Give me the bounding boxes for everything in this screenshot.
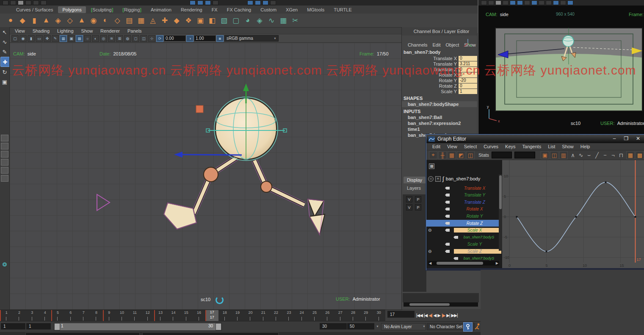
- keyframe-tick[interactable]: [154, 310, 155, 321]
- shape-node-item[interactable]: ban_shen7:bodyShape: [402, 101, 481, 107]
- right-foot-toe[interactable]: [310, 214, 325, 235]
- quad-draw-icon[interactable]: ▣: [195, 15, 206, 26]
- depth-of-field-icon[interactable]: ◍: [124, 35, 131, 42]
- timeline-frame[interactable]: 27: [334, 310, 347, 321]
- bookmark-icon[interactable]: ▮: [28, 35, 35, 42]
- channel-box-menu-item[interactable]: Channels: [408, 42, 427, 47]
- timeline-frame[interactable]: 29: [359, 310, 372, 321]
- swap-buffer-curve-icon[interactable]: ▩: [636, 151, 644, 159]
- redo-icon[interactable]: [25, 0, 31, 5]
- graph-editor-menu-item[interactable]: Edit: [432, 144, 440, 149]
- extrude-icon[interactable]: ▤: [124, 15, 135, 26]
- channel-box-menu-item[interactable]: Edit: [432, 42, 440, 47]
- select-tool[interactable]: ↖: [0, 28, 9, 37]
- shelf-tab[interactable]: Rendering: [177, 6, 207, 13]
- save-icon[interactable]: [10, 0, 16, 5]
- outliner-hscrollbar[interactable]: ◀ ▶: [428, 261, 499, 266]
- panel-menu-item[interactable]: Renderer: [100, 28, 120, 33]
- shelf-tab[interactable]: [Rigging]: [118, 6, 146, 13]
- channel-name[interactable]: Translate Y: [402, 61, 459, 66]
- layer-visibility-toggle[interactable]: V: [406, 196, 412, 202]
- row-expander-icon[interactable]: ⊖: [428, 249, 433, 254]
- step-tangent-icon[interactable]: ¬: [609, 152, 617, 159]
- channel-name[interactable]: Translate Z: [402, 67, 459, 72]
- keyframe-tick[interactable]: [51, 310, 52, 321]
- channel-name[interactable]: Rotate Y: [402, 78, 459, 83]
- channel-box-title[interactable]: Channel Box / Layer Editor: [402, 27, 481, 36]
- rotate-tool[interactable]: ↻: [0, 67, 9, 77]
- exposure-field[interactable]: 0.00: [164, 36, 185, 41]
- snap-toggle-1-icon[interactable]: [190, 0, 196, 5]
- camera-attrs-icon[interactable]: ◉: [19, 35, 27, 42]
- timeline-frame[interactable]: 30: [373, 310, 385, 321]
- timeline-frame[interactable]: 20: [244, 310, 257, 321]
- snap-toggle-3-icon[interactable]: [205, 0, 211, 5]
- uv-contour-icon[interactable]: ∿: [266, 15, 277, 26]
- play-backwards-button[interactable]: ◀: [433, 312, 437, 318]
- go-to-end-button[interactable]: ▶▶|: [451, 312, 458, 318]
- tab-layers[interactable]: Layers: [404, 185, 424, 191]
- channel-box-object-name[interactable]: ban_shen7:body: [402, 48, 481, 55]
- lasso-tool[interactable]: ∿: [0, 37, 9, 47]
- timeline-frame[interactable]: 16: [193, 310, 205, 321]
- animation-end-field[interactable]: 50: [347, 323, 374, 329]
- region-tool-icon[interactable]: ◩: [457, 151, 465, 159]
- timeline-frame[interactable]: 26: [321, 310, 334, 321]
- panel-menu-item[interactable]: View: [15, 28, 25, 33]
- curve-keyframe[interactable]: [605, 181, 607, 183]
- shelf-tab[interactable]: MGtools: [303, 6, 329, 13]
- command-line-input[interactable]: [25, 332, 140, 335]
- outliner-channel-row[interactable]: ⊖ Scale X: [426, 227, 502, 234]
- gamma-field[interactable]: 1.00: [194, 36, 216, 41]
- scroll-right-icon[interactable]: ▶: [496, 261, 498, 265]
- uv-cut-sew-icon[interactable]: ✂: [290, 15, 301, 26]
- oversan-icon[interactable]: ✎: [52, 35, 59, 42]
- frame-all-icon[interactable]: ▣: [541, 151, 549, 159]
- timeline-frame[interactable]: 9: [103, 310, 116, 321]
- layout-single-pane-button[interactable]: [1, 135, 8, 141]
- outliner-channel-row[interactable]: Scale Y: [426, 241, 502, 248]
- uv-cylindrical-icon[interactable]: ▢: [230, 15, 241, 26]
- outliner-channel-row[interactable]: ban_shen7:bodyS: [426, 234, 502, 241]
- channel-name[interactable]: Scale Y: [402, 89, 459, 94]
- poly-cone-icon[interactable]: ▲: [41, 15, 52, 26]
- multisample-icon[interactable]: ⊞: [116, 35, 123, 42]
- multicut-icon[interactable]: ✚: [159, 15, 170, 26]
- uv-grid-icon[interactable]: ▦: [278, 15, 289, 26]
- step-forward-frame-button[interactable]: |▶: [441, 312, 445, 318]
- panel-menu-item[interactable]: Shading: [33, 28, 50, 33]
- input-node-item[interactable]: time1: [402, 126, 481, 132]
- layout-persp-outliner-button[interactable]: [1, 151, 8, 158]
- timeline-frame[interactable]: 1: [0, 310, 13, 321]
- range-end-handle[interactable]: [216, 323, 221, 330]
- move-nearest-picked-key-icon[interactable]: ⌖: [429, 151, 437, 159]
- poly-pyramid-icon[interactable]: ▲: [76, 15, 87, 26]
- shelf-tab[interactable]: [Sculpting]: [87, 6, 118, 13]
- poly-cube-icon[interactable]: ◆: [17, 15, 28, 26]
- go-to-start-button[interactable]: |◀◀: [416, 312, 423, 318]
- timeline-frame[interactable]: 5: [51, 310, 64, 321]
- viewport-canvas[interactable]: CAM: side Date: 2018/08/05 Frame: 17/50 …: [10, 43, 402, 310]
- input-node-item[interactable]: ban_shen7:Ball: [402, 114, 481, 120]
- timeline-frame[interactable]: 15: [180, 310, 193, 321]
- playback-start-field[interactable]: 1: [26, 323, 51, 329]
- play-forwards-button[interactable]: ▶: [437, 312, 441, 318]
- layer-playback-toggle[interactable]: P: [415, 204, 421, 210]
- 2d-pan-zoom-icon[interactable]: ✥: [44, 35, 51, 42]
- wireframe-icon[interactable]: ▦: [60, 35, 67, 42]
- close-button[interactable]: ✕: [634, 136, 642, 142]
- collapse-icon[interactable]: −: [428, 176, 434, 182]
- layout-persp-graph-button[interactable]: [1, 159, 8, 166]
- textured-icon[interactable]: ▩: [76, 35, 83, 42]
- graph-editor-menu-item[interactable]: Select: [464, 144, 477, 149]
- timeline-frame[interactable]: 7: [77, 310, 90, 321]
- layer-visibility-toggle[interactable]: V: [406, 204, 412, 210]
- current-frame-field[interactable]: 17: [387, 311, 415, 318]
- graph-editor-menu-item[interactable]: Keys: [505, 144, 515, 149]
- playback-end-field[interactable]: 30: [320, 323, 347, 329]
- undo-icon[interactable]: [18, 0, 24, 5]
- timeline-frame[interactable]: 25: [308, 310, 321, 321]
- stats-time-field[interactable]: [492, 152, 512, 158]
- toolbox-icon[interactable]: [270, 0, 276, 5]
- ball-character-rig[interactable]: [10, 43, 402, 310]
